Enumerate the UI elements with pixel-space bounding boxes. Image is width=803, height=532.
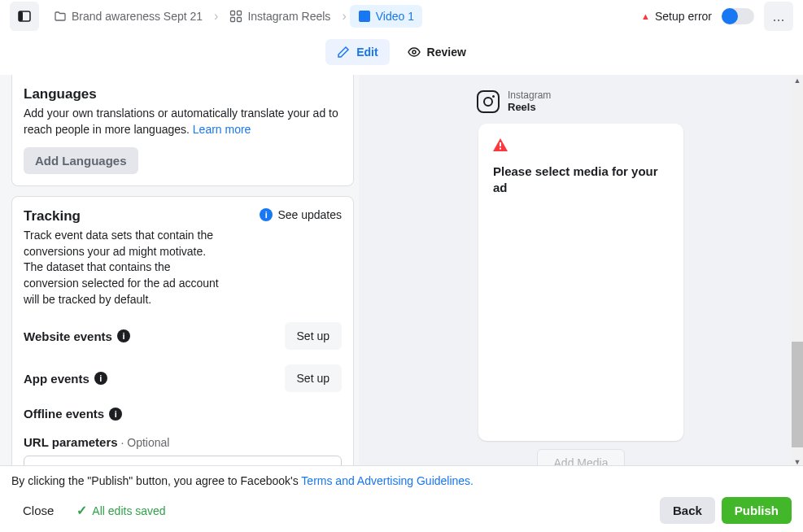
check-icon: ✓	[76, 503, 87, 518]
breadcrumb-campaign-label: Brand awareness Sept 21	[72, 10, 203, 23]
ad-preview-card: Please select media for your ad	[478, 124, 683, 441]
instagram-icon	[477, 90, 500, 113]
tab-edit-label: Edit	[356, 46, 377, 59]
svg-rect-5	[238, 18, 242, 22]
url-parameters-label: URL parameters	[24, 435, 118, 449]
app-events-setup-button[interactable]: Set up	[285, 364, 342, 392]
setup-error-indicator[interactable]: ▲ Setup error	[641, 10, 712, 23]
warning-icon	[493, 138, 669, 155]
svg-rect-3	[238, 11, 242, 15]
preview-header: Instagram Reels	[475, 89, 687, 114]
preview-platform-label: Instagram	[508, 89, 551, 101]
chevron-right-icon: ›	[340, 9, 347, 24]
offline-events-label: Offline events i	[24, 407, 122, 421]
breadcrumb: Brand awareness Sept 21 › Instagram Reel…	[46, 5, 635, 28]
info-icon[interactable]: i	[94, 372, 107, 385]
add-languages-button[interactable]: Add Languages	[24, 147, 138, 174]
svg-point-7	[412, 50, 416, 54]
breadcrumb-adset-label: Instagram Reels	[247, 10, 330, 23]
chevron-right-icon: ›	[212, 9, 220, 24]
panel-toggle-button[interactable]	[10, 2, 39, 31]
languages-description: Add your own translations or automatical…	[24, 106, 342, 137]
preview-placement-label: Reels	[508, 101, 551, 114]
tab-edit[interactable]: Edit	[325, 39, 389, 65]
learn-more-link[interactable]: Learn more	[193, 123, 251, 136]
svg-rect-9	[500, 147, 501, 149]
svg-rect-1	[19, 11, 23, 21]
folder-icon	[54, 10, 67, 23]
tab-review-label: Review	[427, 46, 466, 59]
svg-rect-8	[500, 142, 501, 146]
info-icon: i	[260, 208, 273, 221]
scrollbar[interactable]: ▲ ▼	[792, 75, 803, 468]
info-icon[interactable]: i	[109, 408, 122, 421]
website-events-label: Website events i	[24, 329, 130, 343]
svg-rect-6	[359, 11, 370, 22]
pencil-icon	[337, 46, 350, 59]
languages-card: Languages Add your own translations or a…	[11, 75, 354, 186]
app-events-label: App events i	[24, 372, 107, 386]
breadcrumb-ad[interactable]: Video 1	[350, 5, 422, 28]
languages-title: Languages	[24, 86, 342, 102]
website-events-setup-button[interactable]: Set up	[285, 322, 342, 350]
ad-icon	[358, 10, 371, 23]
publish-disclaimer: By clicking the "Publish" button, you ag…	[11, 474, 792, 487]
terms-link[interactable]: Terms and Advertising Guidelines.	[301, 474, 474, 487]
status-toggle[interactable]	[722, 8, 754, 24]
close-button[interactable]: Close	[11, 497, 65, 524]
see-updates-link[interactable]: i See updates	[260, 208, 342, 221]
tracking-description: Track event data sets that contain the c…	[24, 228, 227, 307]
more-options-button[interactable]: ...	[764, 2, 793, 31]
toggle-knob	[722, 8, 738, 24]
scroll-thumb[interactable]	[792, 342, 803, 447]
svg-rect-2	[231, 11, 235, 15]
panel-icon	[18, 10, 31, 23]
eye-icon	[408, 46, 421, 59]
tracking-card: i See updates Tracking Track event data …	[11, 196, 354, 468]
grid-icon	[229, 10, 242, 23]
tab-review[interactable]: Review	[396, 39, 478, 65]
info-icon[interactable]: i	[117, 329, 130, 342]
svg-rect-4	[231, 18, 235, 22]
publish-button[interactable]: Publish	[722, 497, 792, 524]
preview-warning-text: Please select media for your ad	[493, 164, 669, 197]
back-button[interactable]: Back	[660, 497, 715, 524]
scroll-up-arrow-icon[interactable]: ▲	[792, 75, 803, 86]
error-triangle-icon: ▲	[641, 11, 650, 21]
footer: By clicking the "Publish" button, you ag…	[0, 465, 803, 532]
breadcrumb-campaign[interactable]: Brand awareness Sept 21	[46, 5, 211, 28]
saved-indicator: ✓ All edits saved	[76, 503, 165, 518]
more-icon: ...	[772, 8, 784, 25]
setup-error-label: Setup error	[655, 10, 712, 23]
breadcrumb-ad-label: Video 1	[376, 10, 414, 23]
breadcrumb-adset[interactable]: Instagram Reels	[221, 5, 338, 28]
